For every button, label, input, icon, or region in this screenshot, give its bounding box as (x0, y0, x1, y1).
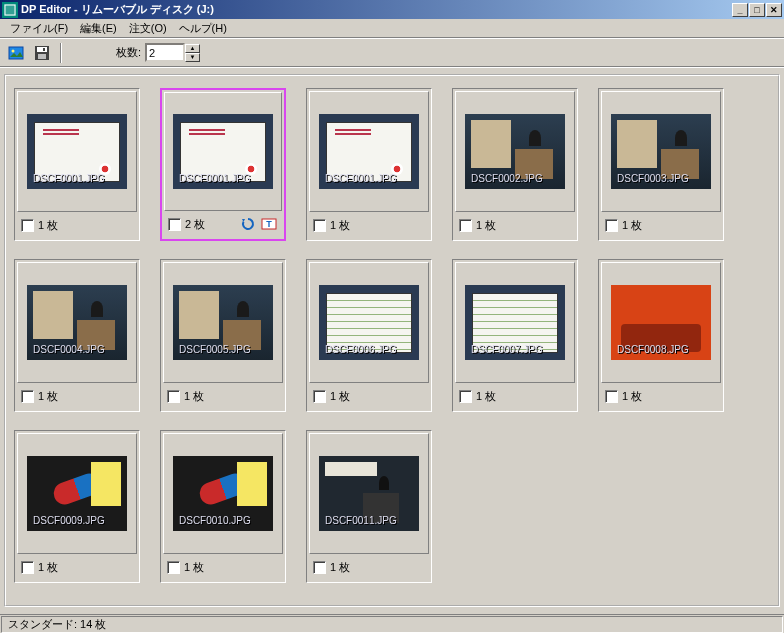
view-image-button[interactable] (4, 42, 28, 64)
save-button[interactable] (30, 42, 54, 64)
thumbnail-checkbox[interactable] (605, 219, 618, 232)
thumbnail-checkbox[interactable] (21, 561, 34, 574)
spinner-down[interactable]: ▼ (185, 53, 200, 62)
thumbnail-count: 1 枚 (38, 560, 58, 575)
thumbnail-image[interactable]: DSCF0002.JPG (465, 114, 565, 189)
thumbnail-grid: DSCF0001.JPG1 枚DSCF0001.JPG2 枚TDSCF0001.… (14, 88, 770, 583)
rotate-icon[interactable] (239, 215, 257, 233)
thumbnail-checkbox[interactable] (168, 218, 181, 231)
thumbnail-meta: 1 枚 (455, 212, 575, 238)
menu-edit[interactable]: 編集(E) (74, 19, 123, 38)
thumbnail-checkbox[interactable] (313, 390, 326, 403)
thumbnail-filename: DSCF0002.JPG (469, 172, 561, 185)
thumbnail-count: 1 枚 (476, 389, 496, 404)
thumbnail-filename: DSCF0007.JPG (469, 343, 561, 356)
thumbnail-cell[interactable]: DSCF0003.JPG1 枚 (598, 88, 724, 241)
thumbnail-image[interactable]: DSCF0006.JPG (319, 285, 419, 360)
thumbnail-meta: 1 枚 (309, 212, 429, 238)
thumbnail-image[interactable]: DSCF0008.JPG (611, 285, 711, 360)
thumbnail-checkbox[interactable] (605, 390, 618, 403)
thumbnail-image-wrap: DSCF0003.JPG (601, 91, 721, 212)
thumbnail-image-wrap: DSCF0009.JPG (17, 433, 137, 554)
thumbnail-cell[interactable]: DSCF0008.JPG1 枚 (598, 259, 724, 412)
thumbnail-image-wrap: DSCF0002.JPG (455, 91, 575, 212)
thumbnail-meta: 1 枚 (17, 383, 137, 409)
thumbnail-cell[interactable]: DSCF0001.JPG1 枚 (14, 88, 140, 241)
svg-rect-6 (38, 54, 46, 59)
count-label: 枚数: (116, 45, 141, 60)
thumbnail-meta: 1 枚 (309, 383, 429, 409)
thumbnail-checkbox[interactable] (21, 219, 34, 232)
thumbnail-cell[interactable]: DSCF0001.JPG2 枚T (160, 88, 286, 241)
thumbnail-checkbox[interactable] (459, 390, 472, 403)
thumbnail-count: 1 枚 (184, 389, 204, 404)
thumbnail-filename: DSCF0009.JPG (31, 514, 123, 527)
thumbnail-cell[interactable]: DSCF0004.JPG1 枚 (14, 259, 140, 412)
text-overlay-icon[interactable]: T (260, 215, 278, 233)
thumbnail-cell[interactable]: DSCF0006.JPG1 枚 (306, 259, 432, 412)
menu-order[interactable]: 注文(O) (123, 19, 173, 38)
thumbnail-cell[interactable]: DSCF0005.JPG1 枚 (160, 259, 286, 412)
app-icon (2, 2, 18, 18)
thumbnail-checkbox[interactable] (313, 219, 326, 232)
toolbar-separator (60, 43, 62, 63)
thumbnail-cell[interactable]: DSCF0010.JPG1 枚 (160, 430, 286, 583)
picture-icon (8, 45, 24, 61)
thumbnail-meta: 1 枚 (163, 383, 283, 409)
count-spinner[interactable]: ▲ ▼ (145, 43, 200, 62)
thumbnail-count: 1 枚 (330, 389, 350, 404)
thumbnail-meta: 2 枚T (164, 211, 282, 237)
thumbnail-image-wrap: DSCF0006.JPG (309, 262, 429, 383)
count-input[interactable] (145, 43, 185, 62)
thumbnail-count: 2 枚 (185, 217, 205, 232)
thumbnail-image-wrap: DSCF0001.JPG (309, 91, 429, 212)
menu-help[interactable]: ヘルプ(H) (173, 19, 233, 38)
thumbnail-cell[interactable]: DSCF0011.JPG1 枚 (306, 430, 432, 583)
thumbnail-cell[interactable]: DSCF0001.JPG1 枚 (306, 88, 432, 241)
thumbnail-image-wrap: DSCF0007.JPG (455, 262, 575, 383)
thumbnail-image[interactable]: DSCF0001.JPG (173, 114, 273, 189)
maximize-button[interactable]: □ (749, 3, 765, 17)
close-button[interactable]: ✕ (766, 3, 782, 17)
thumbnail-filename: DSCF0011.JPG (323, 514, 415, 527)
thumbnail-cell[interactable]: DSCF0007.JPG1 枚 (452, 259, 578, 412)
thumbnail-count: 1 枚 (476, 218, 496, 233)
minimize-button[interactable]: _ (732, 3, 748, 17)
thumbnail-meta: 1 枚 (17, 554, 137, 580)
thumbnail-image[interactable]: DSCF0011.JPG (319, 456, 419, 531)
spinner-up[interactable]: ▲ (185, 44, 200, 53)
thumbnail-image[interactable]: DSCF0010.JPG (173, 456, 273, 531)
title-bar: DP Editor - リムーバブル ディスク (J:) _ □ ✕ (0, 0, 784, 19)
svg-rect-7 (43, 48, 45, 51)
floppy-icon (34, 45, 50, 61)
thumbnail-image-wrap: DSCF0001.JPG (17, 91, 137, 212)
svg-rect-5 (37, 47, 47, 52)
thumbnail-checkbox[interactable] (313, 561, 326, 574)
menu-file[interactable]: ファイル(F) (4, 19, 74, 38)
thumbnail-image-wrap: DSCF0008.JPG (601, 262, 721, 383)
thumbnail-image[interactable]: DSCF0001.JPG (27, 114, 127, 189)
thumbnail-count: 1 枚 (38, 389, 58, 404)
thumbnail-meta: 1 枚 (17, 212, 137, 238)
thumbnail-checkbox[interactable] (459, 219, 472, 232)
svg-rect-2 (9, 47, 23, 59)
window-title: DP Editor - リムーバブル ディスク (J:) (21, 2, 732, 17)
thumbnail-cell[interactable]: DSCF0009.JPG1 枚 (14, 430, 140, 583)
thumbnail-checkbox[interactable] (21, 390, 34, 403)
thumbnail-image[interactable]: DSCF0004.JPG (27, 285, 127, 360)
thumbnail-image-wrap: DSCF0011.JPG (309, 433, 429, 554)
thumbnail-image[interactable]: DSCF0003.JPG (611, 114, 711, 189)
window-buttons: _ □ ✕ (732, 3, 782, 17)
thumbnail-checkbox[interactable] (167, 390, 180, 403)
thumbnail-count: 1 枚 (330, 560, 350, 575)
thumbnail-image-wrap: DSCF0005.JPG (163, 262, 283, 383)
thumbnail-image[interactable]: DSCF0009.JPG (27, 456, 127, 531)
thumbnail-image[interactable]: DSCF0001.JPG (319, 114, 419, 189)
thumbnail-image[interactable]: DSCF0005.JPG (173, 285, 273, 360)
thumbnail-cell[interactable]: DSCF0002.JPG1 枚 (452, 88, 578, 241)
thumbnail-image-wrap: DSCF0001.JPG (164, 92, 282, 211)
thumbnail-checkbox[interactable] (167, 561, 180, 574)
thumbnail-filename: DSCF0001.JPG (177, 172, 269, 185)
thumbnail-image[interactable]: DSCF0007.JPG (465, 285, 565, 360)
thumbnail-meta: 1 枚 (601, 212, 721, 238)
